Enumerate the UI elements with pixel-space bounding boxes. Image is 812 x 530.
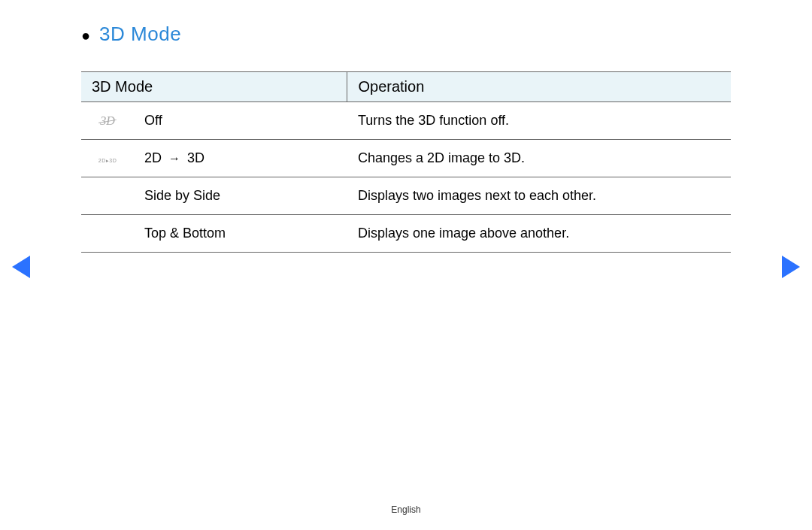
next-page-button[interactable] bbox=[782, 256, 800, 281]
mode-label: Off bbox=[134, 102, 347, 140]
arrow-right-icon: → bbox=[168, 152, 180, 165]
footer-language: English bbox=[391, 504, 420, 515]
table-row: Top & Bottom Displays one image above an… bbox=[81, 215, 731, 253]
mode-operation: Changes a 2D image to 3D. bbox=[347, 140, 731, 177]
mode-label: 2D → 3D bbox=[134, 140, 347, 177]
mode-operation: Displays one image above another. bbox=[347, 215, 731, 253]
heading-title: 3D Mode bbox=[99, 23, 181, 46]
heading-bullet: ● bbox=[81, 27, 90, 44]
chevron-left-icon bbox=[12, 256, 30, 278]
mode-operation: Displays two images next to each other. bbox=[347, 177, 731, 215]
mode-icon-cell: 2D▸3D bbox=[81, 140, 134, 177]
prev-page-button[interactable] bbox=[12, 256, 30, 281]
mode-icon-cell bbox=[81, 177, 134, 215]
svg-marker-0 bbox=[12, 256, 30, 278]
table-row: Side by Side Displays two images next to… bbox=[81, 177, 731, 215]
mode-icon-cell: 3D bbox=[81, 102, 134, 140]
mode-label: Top & Bottom bbox=[134, 215, 347, 253]
mode-icon-cell bbox=[81, 215, 134, 253]
off-3d-icon: 3D bbox=[100, 114, 115, 128]
section-heading: ● 3D Mode bbox=[81, 23, 731, 46]
table-row: 2D▸3D 2D → 3D Changes a 2D image to 3D. bbox=[81, 140, 731, 177]
2d-to-3d-icon: 2D▸3D bbox=[98, 158, 117, 163]
mode-label: Side by Side bbox=[134, 177, 347, 215]
table-header-operation: Operation bbox=[347, 72, 731, 102]
table-header-mode: 3D Mode bbox=[81, 72, 347, 102]
svg-marker-1 bbox=[782, 256, 800, 278]
chevron-right-icon bbox=[782, 256, 800, 278]
table-row: 3D Off Turns the 3D function off. bbox=[81, 102, 731, 140]
mode-operation: Turns the 3D function off. bbox=[347, 102, 731, 140]
mode-table: 3D Mode Operation 3D Off Turns the 3D fu… bbox=[81, 71, 731, 253]
